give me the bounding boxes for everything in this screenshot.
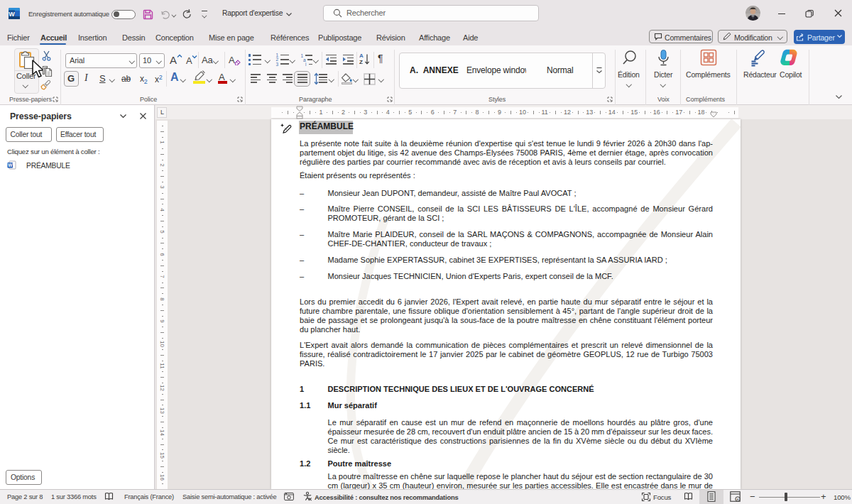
svg-text:W: W — [9, 11, 15, 18]
svg-text:e: e — [736, 497, 738, 501]
svg-text:W: W — [8, 163, 13, 168]
